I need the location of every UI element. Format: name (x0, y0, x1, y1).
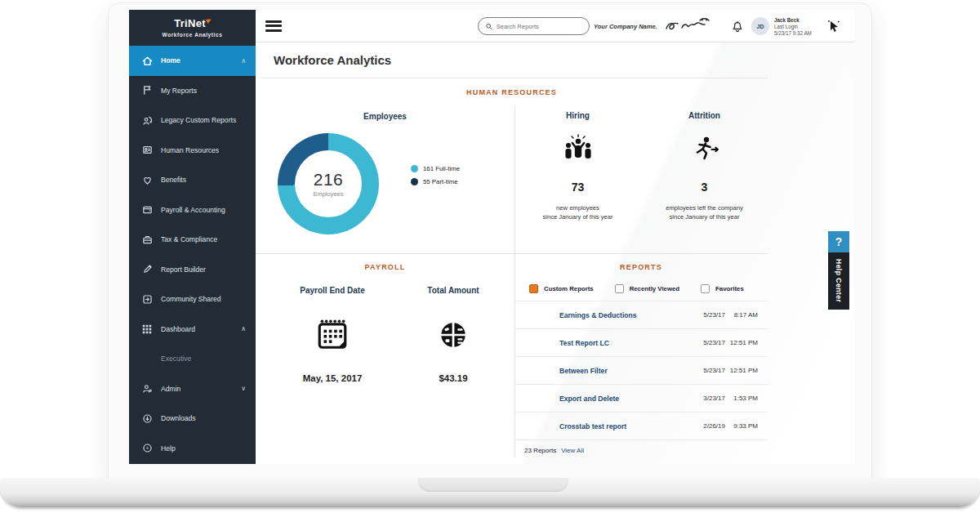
search-box[interactable] (478, 17, 590, 35)
hiring-title: Hiring (566, 111, 590, 120)
home-icon (140, 54, 154, 67)
reports-list: Earnings & Deductions 5/23/17 8:17 AM Te… (514, 301, 768, 439)
sidebar-item-human-resources[interactable]: Human Resources (129, 136, 256, 166)
sidebar-item-home[interactable]: Home ∧ (129, 46, 256, 76)
total-amount-block: Total Amount $43.19 (393, 276, 514, 383)
help-center-label[interactable]: Help Center (828, 252, 849, 310)
search-icon (485, 22, 493, 31)
sidebar-item-community-shared[interactable]: Community Shared (129, 284, 256, 314)
sidebar-item-legacy-custom-reports[interactable]: Legacy Custom Reports (129, 105, 256, 136)
attrition-block: Attrition 3 employees left the company s… (641, 82, 768, 253)
checkbox-icon[interactable] (701, 284, 710, 293)
filter-favorites[interactable]: Favorites (701, 284, 744, 293)
part-time-dot-icon (411, 178, 418, 185)
chevron-down-icon: ∨ (241, 385, 246, 392)
donut-center: 216 Employees (295, 150, 362, 217)
report-row[interactable]: Crosstab test report 2/26/19 9:33 PM (514, 412, 768, 439)
sidebar-item-admin[interactable]: Admin ∨ (129, 374, 256, 404)
sidebar-item-my-reports[interactable]: My Reports (129, 76, 256, 106)
payroll-panel: Payroll End Date May, 15, 2017 Total Amo… (256, 276, 514, 383)
hamburger-menu-icon[interactable] (265, 20, 282, 32)
employees-donut-chart[interactable]: 216 Employees (278, 133, 379, 234)
report-row[interactable]: Export and Delete 3/23/17 1:53 PM (514, 384, 768, 412)
hiring-people-icon (561, 134, 595, 163)
pencil-icon (140, 263, 154, 276)
filter-custom-reports[interactable]: Custom Reports (529, 284, 594, 293)
trinet-logo: TriNet Workforce Analytics (129, 10, 256, 46)
sidebar-item-help[interactable]: Help (129, 434, 256, 464)
legend-item-part-time[interactable]: 55 Part-time (411, 178, 460, 185)
laptop-base (0, 478, 980, 507)
sidebar-item-dashboard[interactable]: Dashboard ∧ (129, 314, 256, 345)
sidebar-item-report-builder[interactable]: Report Builder (129, 255, 256, 285)
payroll-end-date-block: Payroll End Date May, 15, 2017 (272, 276, 393, 383)
donut-legend: 161 Full-time 55 Part-time (411, 165, 460, 191)
sidebar-item-payroll-accounting[interactable]: Payroll & Accounting (129, 195, 256, 225)
full-time-dot-icon (411, 165, 418, 172)
hiring-attrition-panel: Hiring 73 new employees since January of… (514, 82, 768, 253)
laptop-mockup: TriNet Workforce Analytics Home ∧ My Rep… (0, 0, 980, 513)
trinet-arrow-icon (206, 17, 212, 24)
report-row[interactable]: Between Filter 5/23/17 12:51 PM (514, 356, 768, 384)
payroll-header: PAYROLL (256, 263, 514, 271)
legend-item-full-time[interactable]: 161 Full-time (411, 165, 460, 172)
reports-filters: Custom Reports Recently Viewed Favorites (529, 284, 768, 293)
report-row[interactable]: Test Report LC 5/23/17 12:51 PM (514, 328, 768, 356)
employees-title: Employees (256, 112, 514, 121)
search-input[interactable] (497, 23, 582, 30)
coin-icon (436, 318, 470, 352)
help-center-tab: ? Help Center (828, 231, 849, 310)
signature-logo (664, 16, 715, 36)
chevron-up-icon: ∧ (241, 57, 246, 65)
calendar-icon (315, 318, 350, 352)
reports-header: REPORTS (514, 263, 768, 271)
reports-count: 23 Reports (524, 447, 556, 454)
help-circle-icon (140, 442, 154, 455)
attrition-runner-icon (688, 134, 722, 163)
payroll-end-date-value: May, 15, 2017 (303, 373, 363, 383)
user-info[interactable]: Jack Beck Last Login 5/23/17 9:32 AM (774, 17, 812, 36)
company-name: Your Company Name. (594, 23, 657, 30)
wallet-icon (140, 203, 154, 216)
id-card-icon (140, 144, 154, 157)
share-box-icon (140, 292, 154, 306)
laptop-bezel: TriNet Workforce Analytics Home ∧ My Rep… (109, 3, 871, 479)
briefcase-icon (140, 233, 154, 246)
bell-icon[interactable] (731, 19, 744, 33)
checkbox-checked-icon[interactable] (529, 284, 538, 293)
report-row[interactable]: Earnings & Deductions 5/23/17 8:17 AM (514, 301, 768, 328)
brand-name: TriNet (174, 17, 206, 29)
avatar[interactable]: JD (751, 17, 769, 35)
filter-recently-viewed[interactable]: Recently Viewed (615, 284, 679, 293)
checkbox-icon[interactable] (615, 284, 624, 293)
heart-icon (140, 173, 154, 186)
reports-panel: Custom Reports Recently Viewed Favorites (514, 276, 768, 461)
sidebar-item-tax-compliance[interactable]: Tax & Compliance (129, 225, 256, 255)
view-all-link[interactable]: View All (561, 447, 584, 454)
grid-icon (140, 323, 154, 336)
page-title: Workforce Analytics (274, 53, 391, 67)
title-divider (261, 78, 768, 78)
attrition-title: Attrition (688, 111, 720, 120)
total-amount-value: $43.19 (439, 373, 467, 383)
sidebar-item-benefits[interactable]: Benefits (129, 165, 256, 195)
sidebar-item-downloads[interactable]: Downloads (129, 404, 256, 434)
hiring-block: Hiring 73 new employees since January of… (514, 82, 641, 253)
brand-subtitle: Workforce Analytics (129, 32, 256, 38)
user-name: Jack Beck (774, 17, 812, 24)
main-content: Workforce Analytics HUMAN RESOURCES Empl… (256, 42, 854, 464)
attrition-value: 3 (702, 181, 708, 194)
help-question-icon[interactable]: ? (828, 231, 849, 252)
last-login-label: Last Login (774, 24, 812, 30)
employees-total-label: Employees (313, 190, 343, 198)
hiring-caption: new employees since January of this year (542, 203, 612, 221)
hiring-value: 73 (572, 181, 585, 194)
admin-person-icon (140, 382, 154, 395)
laptop-notch (418, 478, 568, 492)
person-refresh-icon (140, 114, 154, 127)
app-window: TriNet Workforce Analytics Home ∧ My Rep… (129, 10, 854, 464)
topbar: Your Company Name. JD Jack Beck Last Log… (256, 10, 854, 42)
chevron-up-icon: ∧ (241, 325, 246, 332)
sidebar-item-executive[interactable]: Executive (129, 344, 256, 374)
last-login-value: 5/23/17 9:32 AM (774, 30, 812, 37)
